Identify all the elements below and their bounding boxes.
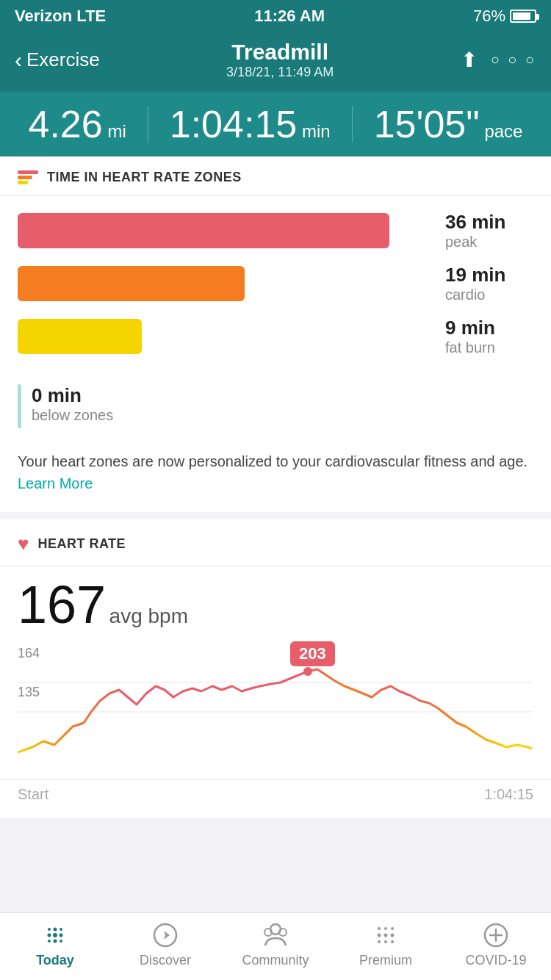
- below-zones-time: 0 min: [32, 384, 113, 407]
- svg-point-11: [60, 940, 62, 943]
- discover-label: Discover: [140, 953, 191, 968]
- nav-item-community[interactable]: Community: [239, 920, 312, 968]
- carrier-text: Verizon LTE: [15, 7, 106, 26]
- zone-time-fatburn: 9 min: [445, 317, 533, 339]
- zone-bar-peak: [18, 213, 389, 248]
- svg-point-5: [60, 934, 63, 937]
- duration-value: 1:04:15 min: [170, 105, 331, 143]
- battery-pct: 76%: [473, 7, 505, 26]
- battery-icon: [510, 10, 536, 23]
- svg-point-7: [54, 940, 57, 943]
- discover-icon: [151, 920, 180, 950]
- covid-icon: [481, 920, 511, 950]
- stat-distance: 4.26 mi: [29, 105, 126, 143]
- status-bar: Verizon LTE 11:26 AM 76%: [0, 0, 551, 32]
- share-icon[interactable]: ⬆: [461, 48, 478, 72]
- zones-list: 36 min peak 19 min cardio: [0, 196, 551, 384]
- below-zones-line: [18, 384, 21, 428]
- svg-point-8: [48, 928, 51, 931]
- peak-badge: 203: [290, 641, 335, 666]
- community-label: Community: [242, 953, 309, 968]
- chart-time-labels: Start 1:04:15: [0, 779, 551, 810]
- hr-avg-value: 167: [18, 575, 106, 634]
- heart-icon: ♥: [18, 533, 29, 555]
- svg-point-3: [53, 933, 57, 937]
- bottom-nav: Today Discover Community: [0, 912, 551, 980]
- zone-time-peak: 36 min: [445, 211, 533, 234]
- heart-rate-section: ♥ HEART RATE 167 avg bpm 164 135 203: [0, 519, 551, 818]
- header-center: Treadmill 3/18/21, 11:49 AM: [226, 40, 334, 80]
- stat-pace: 15'05" pace: [374, 105, 523, 143]
- zone-item-peak: 36 min peak: [18, 211, 533, 251]
- svg-point-24: [384, 940, 387, 943]
- premium-label: Premium: [359, 953, 412, 968]
- pace-value: 15'05" pace: [374, 105, 523, 143]
- zone-bar-cardio-container: [18, 266, 431, 301]
- zone-bar-fatburn-container: [18, 319, 431, 354]
- heart-rate-chart: [18, 638, 532, 771]
- below-zones-info: 0 min below zones: [32, 384, 113, 424]
- chart-time-start: Start: [18, 786, 48, 803]
- svg-point-6: [54, 928, 57, 932]
- heart-rate-zones-section: TIME IN HEART RATE ZONES 36 min peak 19: [0, 156, 551, 512]
- more-icon[interactable]: ○ ○ ○: [491, 51, 536, 68]
- zones-icon: [18, 170, 38, 184]
- nav-item-discover[interactable]: Discover: [129, 920, 202, 968]
- learn-more-link[interactable]: Learn More: [18, 475, 93, 491]
- zone-time-cardio: 19 min: [445, 264, 533, 287]
- zone-label-cardio: cardio: [445, 287, 533, 303]
- community-icon: [261, 920, 290, 950]
- zone-info-peak: 36 min peak: [445, 211, 533, 251]
- stat-divider-2: [352, 106, 353, 143]
- zone-label-fatburn: fat burn: [445, 339, 533, 356]
- below-zones-label: below zones: [32, 407, 113, 424]
- nav-item-today[interactable]: Today: [18, 920, 92, 968]
- main-content: TIME IN HEART RATE ZONES 36 min peak 19: [0, 156, 551, 891]
- zones-section-header: TIME IN HEART RATE ZONES: [0, 156, 551, 196]
- svg-point-10: [48, 940, 51, 943]
- workout-title: Treadmill: [226, 40, 334, 65]
- zone-bar-peak-container: [18, 213, 431, 248]
- nav-item-premium[interactable]: Premium: [349, 920, 422, 968]
- svg-point-18: [384, 934, 388, 937]
- duration-unit: min: [297, 121, 330, 141]
- hr-avg-unit: avg bpm: [109, 605, 188, 627]
- header-actions: ⬆ ○ ○ ○: [461, 48, 536, 72]
- nav-item-covid19[interactable]: COVID-19: [459, 920, 533, 968]
- svg-marker-13: [164, 931, 170, 940]
- svg-point-20: [378, 927, 381, 930]
- zone-item-cardio: 19 min cardio: [18, 264, 533, 303]
- back-chevron-icon: ‹: [15, 49, 22, 71]
- time-text: 11:26 AM: [254, 7, 325, 26]
- svg-point-4: [48, 934, 51, 937]
- stat-divider-1: [148, 106, 148, 143]
- today-label: Today: [36, 953, 74, 968]
- covid19-label: COVID-19: [465, 953, 526, 968]
- distance-value: 4.26 mi: [29, 105, 126, 143]
- chart-area: 164 135 203: [0, 638, 551, 774]
- hr-avg-container: 167 avg bpm: [0, 566, 551, 638]
- zone-bar-fatburn: [18, 319, 142, 354]
- svg-point-19: [391, 934, 395, 937]
- svg-point-21: [384, 927, 387, 930]
- zones-title: TIME IN HEART RATE ZONES: [47, 170, 242, 185]
- stat-duration: 1:04:15 min: [170, 105, 331, 143]
- svg-point-25: [391, 940, 394, 943]
- svg-point-17: [378, 934, 381, 937]
- workout-subtitle: 3/18/21, 11:49 AM: [226, 65, 334, 80]
- hr-section-header: ♥ HEART RATE: [0, 519, 551, 566]
- distance-unit: mi: [103, 121, 126, 141]
- zone-info-fatburn: 9 min fat burn: [445, 317, 533, 356]
- chart-y-label-135: 135: [18, 685, 40, 700]
- stats-bar: 4.26 mi 1:04:15 min 15'05" pace: [0, 92, 551, 156]
- zone-label-peak: peak: [445, 234, 533, 251]
- premium-icon: [371, 920, 400, 950]
- chart-y-label-164: 164: [18, 646, 40, 661]
- back-button[interactable]: ‹ Exercise: [15, 48, 100, 71]
- hr-section-title: HEART RATE: [37, 536, 126, 552]
- zone-info-cardio: 19 min cardio: [445, 264, 533, 303]
- back-label: Exercise: [26, 48, 100, 71]
- svg-point-2: [303, 667, 312, 676]
- svg-point-9: [60, 928, 62, 931]
- svg-point-23: [378, 940, 381, 943]
